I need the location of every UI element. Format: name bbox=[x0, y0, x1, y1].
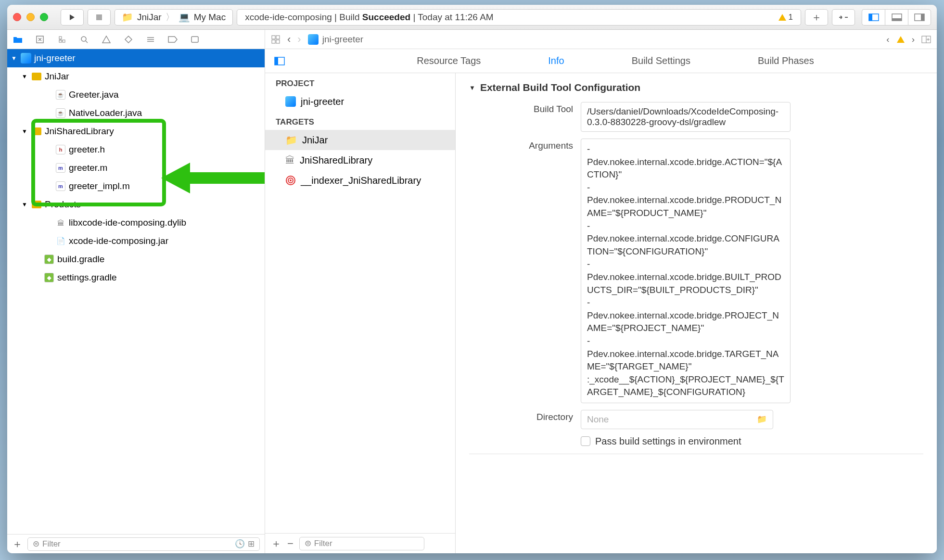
scheme-selector[interactable]: 📁 JniJar 〉 💻 My Mac bbox=[115, 9, 233, 25]
tree-root[interactable]: ▼ jni-greeter bbox=[7, 49, 265, 67]
run-button[interactable] bbox=[61, 9, 84, 25]
tab-build-settings[interactable]: Build Settings bbox=[612, 55, 710, 66]
project-row[interactable]: jni-greeter bbox=[265, 91, 455, 112]
disclosure-icon[interactable]: ▼ bbox=[11, 55, 18, 62]
disclosure-icon[interactable]: ▼ bbox=[469, 84, 475, 91]
back-button[interactable]: ‹ bbox=[287, 33, 291, 46]
config-section-header[interactable]: ▼ External Build Tool Configuration bbox=[469, 82, 923, 93]
tree-file-greeter-m[interactable]: m greeter.m bbox=[7, 159, 265, 177]
find-navigator-tab[interactable] bbox=[78, 34, 90, 45]
jump-bar: ‹ › jni-greeter ‹ › bbox=[265, 30, 937, 49]
pass-env-label: Pass build settings in environment bbox=[595, 436, 741, 447]
tree-label: greeter_impl.m bbox=[69, 181, 130, 191]
project-tree[interactable]: ▼ jni-greeter ▼ JniJar ☕ Greeter.java ☕ bbox=[7, 49, 265, 534]
tree-file-greeter-java[interactable]: ☕ Greeter.java bbox=[7, 86, 265, 104]
target-indexer[interactable]: __indexer_JniSharedLibrary bbox=[265, 170, 455, 191]
disclosure-icon[interactable]: ▼ bbox=[22, 128, 28, 135]
disclosure-icon[interactable]: ▼ bbox=[22, 201, 28, 208]
directory-field[interactable]: None 📁 bbox=[581, 410, 773, 429]
svg-rect-19 bbox=[275, 57, 278, 65]
project-editor-tabs: Resource Tags Info Build Settings Build … bbox=[265, 49, 937, 73]
project-navigator-tab[interactable] bbox=[12, 34, 24, 45]
toggle-debug-button[interactable] bbox=[885, 9, 908, 25]
target-jnisharedlibrary[interactable]: 🏛 JniSharedLibrary bbox=[265, 150, 455, 170]
gradle-file-icon: ◆ bbox=[44, 255, 54, 264]
java-file-icon: ☕ bbox=[56, 90, 65, 100]
filter-icon: ⊜ bbox=[33, 539, 39, 549]
debug-navigator-tab[interactable] bbox=[145, 34, 156, 45]
svg-rect-8 bbox=[59, 37, 62, 39]
disclosure-icon[interactable]: ▼ bbox=[22, 73, 28, 80]
toggle-targets-list-button[interactable] bbox=[265, 57, 294, 65]
next-issue-button[interactable]: › bbox=[912, 34, 915, 45]
activity-viewer[interactable]: xcode-ide-composing | Build Succeeded | … bbox=[237, 9, 801, 25]
tree-folder-jnisharedlibrary[interactable]: ▼ JniSharedLibrary bbox=[7, 122, 265, 140]
tab-resource-tags[interactable]: Resource Tags bbox=[397, 55, 500, 66]
tree-file-dylib[interactable]: 🏛 libxcode-ide-composing.dylib bbox=[7, 214, 265, 232]
tree-label: Products bbox=[45, 199, 81, 210]
add-editor-button[interactable] bbox=[921, 36, 931, 43]
minimize-button[interactable] bbox=[26, 13, 35, 21]
issue-navigator-tab[interactable] bbox=[101, 34, 112, 45]
test-navigator-tab[interactable] bbox=[123, 34, 134, 45]
arguments-label: Arguments bbox=[469, 139, 581, 151]
targets-panel: PROJECT jni-greeter TARGETS 📁 JniJar 🏛 bbox=[265, 73, 456, 553]
forward-button[interactable]: › bbox=[297, 33, 301, 46]
related-items-icon[interactable] bbox=[271, 35, 281, 44]
tab-build-phases[interactable]: Build Phases bbox=[739, 55, 833, 66]
target-jnijar[interactable]: 📁 JniJar bbox=[265, 130, 455, 150]
warning-badge[interactable]: 1 bbox=[778, 13, 793, 22]
pass-env-checkbox-row[interactable]: Pass build settings in environment bbox=[581, 436, 923, 447]
target-label: JniSharedLibrary bbox=[300, 155, 372, 166]
tree-folder-jnijar[interactable]: ▼ JniJar bbox=[7, 67, 265, 86]
tree-file-settings-gradle[interactable]: ◆ settings.gradle bbox=[7, 268, 265, 287]
directory-label: Directory bbox=[469, 410, 581, 422]
tab-info[interactable]: Info bbox=[529, 55, 583, 66]
toggle-inspector-button[interactable] bbox=[908, 9, 931, 25]
folder-icon bbox=[32, 127, 41, 135]
toggle-navigator-button[interactable] bbox=[862, 9, 885, 25]
add-button[interactable]: ＋ bbox=[12, 537, 23, 551]
close-button[interactable] bbox=[13, 13, 21, 21]
warning-icon[interactable] bbox=[896, 35, 905, 44]
stop-button[interactable] bbox=[88, 9, 111, 25]
titlebar: 📁 JniJar 〉 💻 My Mac xcode-ide-composing … bbox=[7, 5, 937, 30]
symbol-navigator-tab[interactable] bbox=[56, 34, 68, 45]
svg-rect-13 bbox=[272, 36, 275, 39]
tree-file-nativeloader-java[interactable]: ☕ NativeLoader.java bbox=[7, 104, 265, 122]
source-control-navigator-tab[interactable] bbox=[34, 34, 46, 45]
checkbox[interactable] bbox=[581, 436, 590, 446]
add-target-button[interactable]: ＋ bbox=[271, 536, 281, 551]
breakpoint-navigator-tab[interactable] bbox=[167, 34, 179, 45]
folder-icon[interactable]: 📁 bbox=[757, 414, 767, 425]
xcodeproj-icon bbox=[21, 53, 31, 64]
directory-placeholder: None bbox=[587, 414, 609, 425]
report-navigator-tab[interactable] bbox=[189, 34, 201, 45]
tree-file-greeter-h[interactable]: h greeter.h bbox=[7, 140, 265, 159]
targets-filter[interactable]: ⊜ Filter bbox=[299, 537, 424, 550]
remove-target-button[interactable]: − bbox=[287, 537, 293, 550]
code-review-button[interactable] bbox=[832, 9, 855, 25]
clock-icon[interactable]: 🕓 bbox=[235, 539, 245, 549]
library-icon: 🏛 bbox=[285, 155, 295, 166]
library-button[interactable]: ＋ bbox=[805, 9, 828, 25]
tree-label: greeter.m bbox=[69, 163, 107, 173]
tree-folder-products[interactable]: ▼ Products bbox=[7, 195, 265, 214]
navigator-panel: ▼ jni-greeter ▼ JniJar ☕ Greeter.java ☕ bbox=[7, 30, 265, 553]
tree-file-jar[interactable]: 📄 xcode-ide-composing.jar bbox=[7, 232, 265, 250]
build-tool-field[interactable]: /Users/daniel/Downloads/XcodeIdeComposin… bbox=[581, 102, 791, 132]
jumpbar-project[interactable]: jni-greeter bbox=[322, 34, 364, 45]
previous-issue-button[interactable]: ‹ bbox=[886, 34, 889, 45]
tree-file-build-gradle[interactable]: ◆ build.gradle bbox=[7, 250, 265, 268]
warning-count: 1 bbox=[789, 13, 793, 22]
navigator-filter[interactable]: ⊜ Filter 🕓 ⊞ bbox=[27, 537, 260, 551]
tree-file-greeter-impl-m[interactable]: m greeter_impl.m bbox=[7, 177, 265, 195]
svg-point-11 bbox=[81, 37, 86, 41]
tree-label: jni-greeter bbox=[34, 53, 76, 64]
scm-filter-icon[interactable]: ⊞ bbox=[248, 539, 255, 549]
svg-rect-0 bbox=[96, 14, 102, 20]
arguments-field[interactable]: -Pdev.nokee.internal.xcode.bridge.ACTION… bbox=[581, 139, 791, 403]
maximize-button[interactable] bbox=[40, 13, 48, 21]
targets-list[interactable]: PROJECT jni-greeter TARGETS 📁 JniJar 🏛 bbox=[265, 73, 455, 533]
tree-label: settings.gradle bbox=[57, 272, 117, 283]
